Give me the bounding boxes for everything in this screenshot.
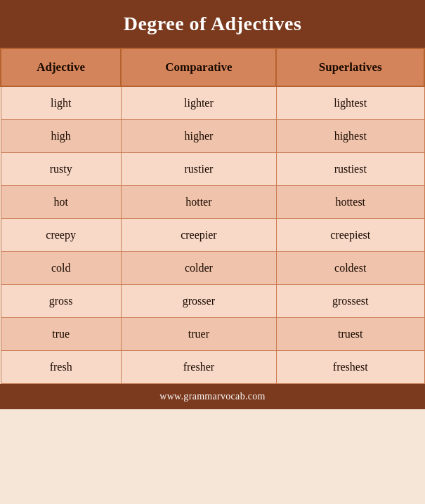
cell-comparative: hotter	[121, 186, 276, 219]
cell-superlative: rustiest	[276, 153, 424, 186]
cell-superlative: creepiest	[276, 219, 424, 252]
table-row: lightlighterlightest	[1, 86, 424, 120]
cell-comparative: lighter	[121, 86, 276, 120]
table-wrapper: Adjective Comparative Superlatives light…	[0, 48, 425, 384]
cell-adjective: rusty	[1, 153, 121, 186]
table-row: freshfresherfreshest	[1, 351, 424, 384]
cell-comparative: rustier	[121, 153, 276, 186]
table-row: grossgrossergrossest	[1, 285, 424, 318]
col-comparative: Comparative	[121, 48, 276, 86]
table-row: hothotterhottest	[1, 186, 424, 219]
page-title: Degree of Adjectives	[7, 13, 418, 35]
table-row: truetruertruest	[1, 318, 424, 351]
table-row: highhigherhighest	[1, 120, 424, 153]
cell-adjective: cold	[1, 252, 121, 285]
main-container: Degree of Adjectives Adjective Comparati…	[0, 0, 425, 409]
cell-adjective: light	[1, 86, 121, 120]
cell-superlative: coldest	[276, 252, 424, 285]
cell-adjective: gross	[1, 285, 121, 318]
table-row: coldcoldercoldest	[1, 252, 424, 285]
cell-adjective: true	[1, 318, 121, 351]
cell-adjective: creepy	[1, 219, 121, 252]
cell-superlative: grossest	[276, 285, 424, 318]
col-superlatives: Superlatives	[276, 48, 424, 86]
footer: www.grammarvocab.com	[0, 384, 425, 409]
table-row: rustyrustierrustiest	[1, 153, 424, 186]
cell-superlative: freshest	[276, 351, 424, 384]
cell-adjective: fresh	[1, 351, 121, 384]
cell-comparative: higher	[121, 120, 276, 153]
col-adjective: Adjective	[1, 48, 121, 86]
table-header-row: Adjective Comparative Superlatives	[1, 48, 424, 86]
cell-adjective: hot	[1, 186, 121, 219]
cell-adjective: high	[1, 120, 121, 153]
cell-superlative: truest	[276, 318, 424, 351]
cell-superlative: highest	[276, 120, 424, 153]
cell-comparative: creepier	[121, 219, 276, 252]
cell-comparative: fresher	[121, 351, 276, 384]
cell-superlative: hottest	[276, 186, 424, 219]
adjectives-table: Adjective Comparative Superlatives light…	[0, 48, 425, 384]
cell-comparative: truer	[121, 318, 276, 351]
cell-superlative: lightest	[276, 86, 424, 120]
cell-comparative: colder	[121, 252, 276, 285]
title-bar: Degree of Adjectives	[0, 0, 425, 48]
cell-comparative: grosser	[121, 285, 276, 318]
table-row: creepycreepiercreepiest	[1, 219, 424, 252]
